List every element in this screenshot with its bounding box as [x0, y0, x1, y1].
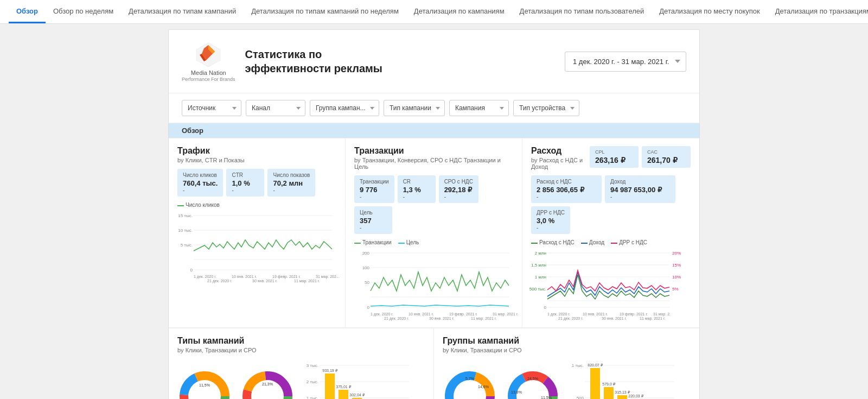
svg-text:19 февр. 2021 г.: 19 февр. 2021 г.: [620, 312, 648, 316]
svg-text:5,7%: 5,7%: [465, 377, 474, 381]
nav-item-campaign-types-weekly[interactable]: Детализация по типам кампаний по неделям: [244, 1, 406, 23]
donut-chart-3: 5,7% 14,6% 8,8% 29% 24,3%: [443, 369, 497, 399]
media-nation-logo: [194, 41, 222, 69]
logo-name: Media Nation: [191, 69, 226, 77]
svg-text:11,5%: 11,5%: [199, 383, 210, 387]
svg-text:30 янв. 2021 г.: 30 янв. 2021 г.: [252, 279, 277, 283]
logo-sub: Performance For Brands: [182, 77, 235, 82]
traffic-chart: 15 тыс. 10 тыс. 5 тыс. 0 1 дек. 2020 г. …: [177, 210, 335, 281]
transactions-metric-count: Транзакции 9 776 -: [354, 175, 394, 203]
expense-metric-revenue: Доход 94 987 653,00 ₽ -: [605, 175, 675, 203]
campaign-types-charts: 11,5% 29,9% 31,6% 21,3%: [177, 360, 425, 399]
nav-item-purchase-location[interactable]: Детализация по месту покупок: [652, 1, 767, 23]
traffic-title: Трафик: [177, 146, 336, 156]
svg-text:31 мар. 2021 г.: 31 мар. 2021 г.: [493, 312, 518, 316]
campaign-types-block: Типы кампаний by Клики, Транзакции и СРО: [169, 328, 434, 399]
traffic-metric-ctr: CTR 1,0 % -: [226, 169, 264, 197]
transactions-block: Транзакции by Транзакции, Конверсия, СРО…: [346, 138, 522, 328]
svg-text:10 янв. 2021 г.: 10 янв. 2021 г.: [232, 275, 257, 278]
svg-rect-78: [325, 373, 335, 399]
svg-text:11 мар. 2021 г.: 11 мар. 2021 г.: [640, 316, 665, 321]
svg-text:1,5 млн: 1,5 млн: [531, 263, 546, 268]
svg-text:20%: 20%: [672, 251, 681, 256]
expense-cpl: CPL 263,16 ₽: [590, 146, 639, 168]
svg-text:100: 100: [362, 265, 370, 270]
traffic-chart-wrapper: 15 тыс. 10 тыс. 5 тыс. 0 1 дек. 2020 г. …: [177, 210, 336, 282]
traffic-metrics: Число кликов 760,4 тыс. - CTR 1,0 % - Чи…: [177, 169, 336, 197]
svg-text:2 млн: 2 млн: [535, 251, 546, 256]
svg-text:1 дек. 2020 г.: 1 дек. 2020 г.: [371, 312, 393, 316]
nav-item-campaigns[interactable]: Детализация по кампаниям: [406, 1, 512, 23]
header-left: Media Nation Performance For Brands Стат…: [182, 41, 382, 82]
svg-rect-80: [339, 390, 348, 399]
svg-text:30 янв. 2021 г.: 30 янв. 2021 г.: [429, 316, 454, 320]
svg-text:11,5%: 11,5%: [541, 396, 552, 399]
expense-cpl-row: CPL 263,16 ₽ CAC 261,70 ₽: [590, 146, 691, 168]
filter-channel[interactable]: Канал: [246, 100, 305, 116]
svg-text:315,13 ₽: 315,13 ₽: [615, 390, 630, 394]
transactions-metric-cpo: СРО с НДС 292,18 ₽ -: [439, 175, 478, 203]
transactions-metric-cr: CR 1,3 % -: [398, 175, 436, 203]
svg-rect-117: [590, 368, 600, 399]
svg-text:1 млн: 1 млн: [535, 275, 546, 280]
svg-text:820,07 ₽: 820,07 ₽: [588, 363, 603, 367]
campaign-types-bar-chart: 3 тыс. 2 тыс. 1 тыс. 0 933,19 ₽ 375,01 ₽…: [303, 360, 425, 399]
transactions-chart: 200 100 50 0 1 дек. 2020 г. 10 янв. 2021…: [354, 248, 512, 318]
dashboard-header: Media Nation Performance For Brands Стат…: [169, 30, 699, 93]
top-navigation: Обзор Обзор по неделям Детализация по ти…: [0, 0, 868, 24]
svg-text:375,01 ₽: 375,01 ₽: [336, 385, 351, 389]
svg-text:50: 50: [365, 280, 369, 285]
svg-text:15%: 15%: [672, 263, 681, 268]
svg-text:1 тыс.: 1 тыс.: [572, 363, 584, 368]
svg-text:21 дек. 2020 г.: 21 дек. 2020 г.: [207, 279, 232, 283]
expense-block: Расход by Расход с НДС и Доход CPL 263,1…: [522, 138, 699, 328]
campaign-groups-title: Группы кампаний: [443, 336, 691, 346]
svg-text:0: 0: [190, 268, 193, 273]
svg-text:31 мар. 202...: 31 мар. 202...: [316, 275, 340, 279]
filter-campaign-type[interactable]: Тип кампании: [384, 100, 445, 116]
nav-item-user-types[interactable]: Детализация по типам пользователей: [512, 1, 652, 23]
svg-rect-121: [617, 395, 627, 399]
svg-text:21 дек. 2020 г.: 21 дек. 2020 г.: [558, 316, 583, 321]
campaign-types-title: Типы кампаний: [177, 336, 425, 346]
campaign-bar-svg: 3 тыс. 2 тыс. 1 тыс. 0 933,19 ₽ 375,01 ₽…: [303, 360, 412, 399]
expense-chart-wrapper: 2 млн 1,5 млн 1 млн 500 тыс. 0 20% 15% 1…: [531, 248, 691, 320]
svg-text:14,6%: 14,6%: [478, 385, 489, 389]
transactions-subtitle: by Транзакции, Конверсия, СРО с НДС Тран…: [354, 157, 513, 170]
svg-text:1 дек. 2020 г.: 1 дек. 2020 г.: [547, 312, 570, 316]
filter-campaign-group[interactable]: Группа кампан...: [310, 100, 379, 116]
svg-text:15 тыс.: 15 тыс.: [178, 213, 193, 218]
svg-text:31 мар. 2.: 31 мар. 2.: [653, 312, 671, 316]
campaign-groups-bar-chart: 1 тыс. 500 0 820,07 ₽ 579,0 ₽ 315,13 ₽ 2…: [569, 360, 691, 399]
logo-container: Media Nation Performance For Brands: [182, 41, 235, 82]
transactions-metrics: Транзакции 9 776 - CR 1,3 % - СРО с НДС …: [354, 175, 513, 234]
bottom-section: Типы кампаний by Клики, Транзакции и СРО: [169, 328, 699, 399]
svg-text:21 дек. 2020 г.: 21 дек. 2020 г.: [384, 316, 409, 321]
traffic-legend: Число кликов: [177, 202, 336, 208]
svg-text:13,8%: 13,8%: [511, 390, 522, 394]
svg-text:19 февр. 2021 г.: 19 февр. 2021 г.: [272, 275, 301, 279]
svg-text:200: 200: [362, 251, 370, 256]
svg-text:2 тыс.: 2 тыс.: [307, 379, 318, 384]
svg-rect-119: [604, 387, 614, 399]
svg-text:302,04 ₽: 302,04 ₽: [349, 393, 365, 397]
date-range-select[interactable]: 1 дек. 2020 г. - 31 мар. 2021 г.: [565, 52, 686, 72]
filter-source[interactable]: Источник: [182, 100, 241, 116]
svg-text:10 тыс.: 10 тыс.: [178, 228, 193, 233]
filter-campaign[interactable]: Кампания: [449, 100, 509, 116]
svg-text:0: 0: [544, 305, 547, 310]
svg-text:11 мар. 2021 г.: 11 мар. 2021 г.: [294, 279, 320, 283]
dashboard: Media Nation Performance For Brands Стат…: [168, 29, 700, 399]
filter-device-type[interactable]: Тип устройства: [513, 100, 579, 116]
nav-item-transactions-volume[interactable]: Детализация по транзакциям и объемам про…: [768, 1, 868, 23]
nav-item-campaign-types[interactable]: Детализация по типам кампаний: [121, 1, 244, 23]
expense-cac: CAC 261,70 ₽: [642, 146, 691, 168]
donut-chart-1: 11,5% 29,9% 31,6%: [177, 369, 232, 399]
expense-legend: Расход с НДС Доход ДРР с НДС: [531, 239, 691, 245]
expense-metric-drr: ДРР с НДС 3,0 % -: [531, 206, 570, 234]
svg-text:11 мар. 2021 г.: 11 мар. 2021 г.: [471, 316, 496, 321]
nav-item-weekly[interactable]: Обзор по неделям: [46, 1, 121, 23]
svg-text:19 февр. 2021 г.: 19 февр. 2021 г.: [449, 312, 477, 316]
nav-item-overview[interactable]: Обзор: [9, 1, 46, 23]
section-header: Обзор: [169, 123, 699, 138]
